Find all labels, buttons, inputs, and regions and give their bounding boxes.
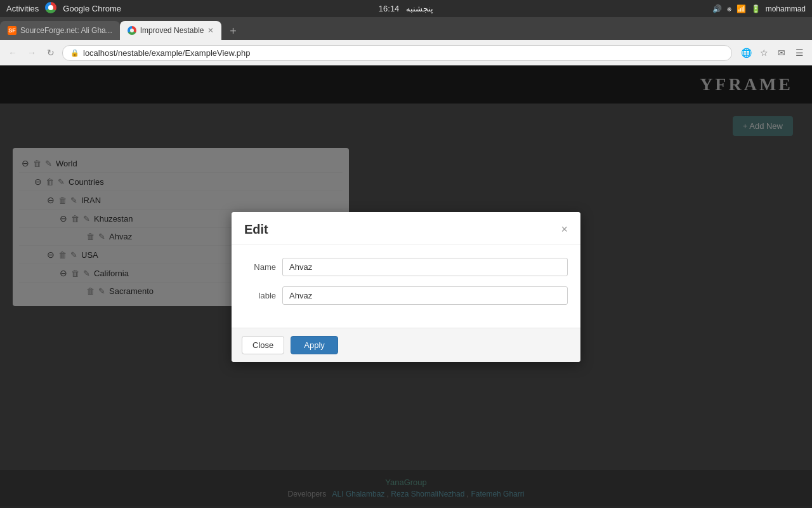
volume-icon[interactable]: 🔊 — [712, 4, 722, 13]
edit-modal: Edit × Name lable Close Apply — [232, 212, 580, 362]
close-button[interactable]: Close — [242, 336, 284, 354]
modal-header: Edit × — [232, 212, 580, 245]
battery-icon[interactable]: 🔋 — [751, 4, 761, 13]
tab-sourceforge-label: SourceForge.net: Ali Gha... — [20, 26, 112, 35]
lock-icon: 🔒 — [70, 49, 79, 57]
name-label: Name — [244, 262, 276, 272]
apply-button[interactable]: Apply — [291, 336, 338, 354]
sf-favicon-icon: SF — [8, 26, 16, 35]
tab-close-icon[interactable]: ✕ — [207, 26, 214, 35]
back-button[interactable]: ← — [5, 45, 20, 60]
day-label: پنجشنبه — [406, 4, 433, 13]
url-text: localhost/nestable/example/ExampleView.p… — [83, 48, 251, 58]
url-bar[interactable]: 🔒 localhost/nestable/example/ExampleView… — [62, 45, 732, 61]
modal-overlay: Edit × Name lable Close Apply — [0, 65, 812, 508]
tab-sourceforge[interactable]: SF SourceForge.net: Ali Gha... — [0, 21, 120, 40]
system-bar-right: 🔊 ⎈ 📶 🔋 mohammad — [712, 4, 806, 13]
chrome-logo-icon — [45, 2, 56, 15]
bluetooth-icon[interactable]: ⎈ — [727, 4, 731, 13]
address-bar: ← → ↻ 🔒 localhost/nestable/example/Examp… — [0, 40, 812, 65]
wifi-icon[interactable]: 📶 — [737, 4, 746, 13]
tab-bar: SF SourceForge.net: Ali Gha... Improved … — [0, 17, 812, 40]
reload-button[interactable]: ↻ — [43, 45, 58, 60]
label-input[interactable] — [282, 286, 568, 305]
modal-footer: Close Apply — [232, 328, 580, 362]
system-bar-left: Activities Google Chrome — [6, 2, 121, 15]
name-form-row: Name — [244, 258, 568, 276]
time-label: 16:14 — [379, 4, 400, 13]
tab-nestable-label: Improved Nestable — [140, 26, 204, 35]
system-bar-clock: پنجشنبه 16:14 — [379, 4, 433, 13]
app-name-label: Google Chrome — [63, 4, 121, 13]
modal-body: Name lable — [232, 245, 580, 328]
chrome-favicon-icon — [128, 26, 136, 35]
tab-nestable[interactable]: Improved Nestable ✕ — [120, 21, 222, 40]
extensions-icon[interactable]: 🌐 — [738, 45, 754, 60]
gmail-icon[interactable]: ✉ — [774, 45, 789, 60]
toolbar-icons: 🌐 ☆ ✉ ☰ — [738, 45, 807, 60]
browser-chrome: SF SourceForge.net: Ali Gha... Improved … — [0, 17, 812, 65]
page-content: YFrame + Add New ⊖ 🗑 ✎ World ⊖ 🗑 ✎ Count… — [0, 65, 812, 508]
modal-title: Edit — [244, 222, 268, 237]
new-tab-button[interactable]: + — [224, 22, 242, 40]
menu-icon[interactable]: ☰ — [792, 45, 807, 60]
name-input[interactable] — [282, 258, 568, 276]
activities-label[interactable]: Activities — [6, 4, 39, 13]
label-form-row: lable — [244, 286, 568, 305]
user-label[interactable]: mohammad — [766, 4, 806, 13]
system-bar: Activities Google Chrome پنجشنبه 16:14 🔊… — [0, 0, 812, 17]
label-label: lable — [244, 291, 276, 300]
forward-button[interactable]: → — [24, 45, 39, 60]
modal-close-button[interactable]: × — [561, 224, 568, 235]
star-icon[interactable]: ☆ — [756, 45, 771, 60]
